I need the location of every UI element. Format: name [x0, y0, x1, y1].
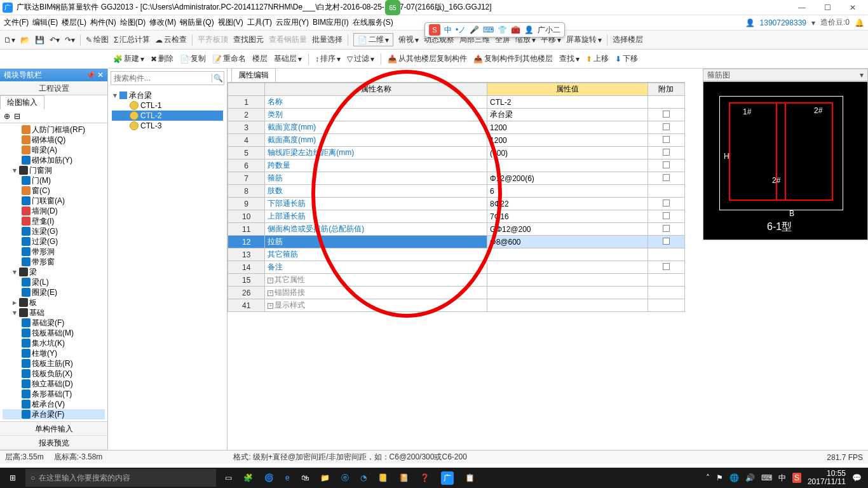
menu-item[interactable]: 钢筋量(Q)	[180, 17, 214, 28]
checkbox[interactable]	[663, 149, 670, 156]
network-icon[interactable]: 🌐	[729, 473, 739, 482]
nav-item[interactable]: 壁龛(I)	[3, 216, 105, 226]
copy-button[interactable]: 📄 复制	[180, 53, 206, 64]
sum-calc-button[interactable]: Σ 汇总计算	[114, 34, 150, 45]
undo-icon[interactable]: ↶▾	[50, 36, 60, 44]
checkbox[interactable]	[663, 225, 670, 232]
nav-eng-setting[interactable]: 工程设置	[0, 81, 107, 95]
start-button[interactable]: ⊞	[0, 473, 25, 482]
screen-rotate-button[interactable]: 屏幕旋转▾	[566, 34, 602, 45]
nav-item[interactable]: 人防门框墙(RF)	[3, 125, 105, 135]
nav-item[interactable]: ▸板	[3, 297, 105, 308]
save-icon[interactable]: 💾	[35, 36, 44, 44]
app-icon-2[interactable]: 🌀	[264, 473, 274, 482]
pin-icon[interactable]: 📌	[86, 71, 95, 79]
property-row[interactable]: 41+显示样式	[228, 299, 685, 312]
copy-from-floor-button[interactable]: 📥 从其他楼层复制构件	[388, 53, 467, 64]
menu-item[interactable]: 视图(V)	[218, 17, 243, 28]
app-icon-1[interactable]: 🧩	[243, 473, 253, 482]
single-input-tab[interactable]: 单构件输入	[0, 422, 107, 436]
nav-item[interactable]: 带形窗	[3, 257, 105, 267]
nav-item[interactable]: 独立基础(D)	[3, 379, 105, 389]
copy-to-floor-button[interactable]: 📤 复制构件到其他楼层	[473, 53, 553, 64]
component-item[interactable]: CTL-3	[112, 121, 223, 131]
notification-icon[interactable]: 💬	[852, 473, 862, 482]
nav-item[interactable]: 承台梁(F)	[3, 409, 105, 419]
ime-skin-icon[interactable]: 👕	[498, 25, 507, 34]
property-row[interactable]: 5轴线距梁左边线距离(mm)(600)	[228, 147, 685, 159]
open-icon[interactable]: 📂	[20, 36, 30, 44]
menu-item[interactable]: 云应用(Y)	[276, 17, 309, 28]
nav-item[interactable]: 带形洞	[3, 247, 105, 257]
property-row[interactable]: 15+其它属性	[228, 274, 685, 287]
ime-keyboard-icon[interactable]: ⌨	[483, 25, 494, 34]
tray-flag-icon[interactable]: ⚑	[716, 473, 723, 482]
menu-item[interactable]: 在线服务(S)	[353, 17, 393, 28]
ime-mode[interactable]: 中	[444, 25, 452, 36]
property-row[interactable]: 26+锚固搭接	[228, 287, 685, 299]
component-item[interactable]: CTL-2	[112, 111, 223, 121]
property-row[interactable]: 2类别承台梁	[228, 109, 685, 121]
menu-item[interactable]: BIM应用(I)	[313, 17, 349, 28]
ime-mic-icon[interactable]: 🎤	[470, 25, 479, 34]
nav-item[interactable]: 基础梁(F)	[3, 318, 105, 328]
nav-item[interactable]: 窗(C)	[3, 186, 105, 196]
property-row[interactable]: 6跨数量	[228, 159, 685, 172]
checkbox[interactable]	[663, 200, 670, 207]
app-icon-5[interactable]: 📔	[399, 473, 409, 482]
volume-icon[interactable]: 🔊	[745, 473, 755, 482]
floor-select[interactable]: 楼层	[252, 53, 268, 64]
flat-roof-button[interactable]: 平齐板顶	[198, 34, 228, 45]
sort-button[interactable]: ↕ 排序 ▾	[315, 53, 341, 64]
component-parent[interactable]: ▾承台梁	[112, 90, 223, 100]
delete-button[interactable]: ✖ 删除	[151, 53, 173, 64]
task-view-icon[interactable]: ▭	[225, 473, 232, 482]
clock-date[interactable]: 2017/11/11	[808, 478, 846, 486]
preview-expand-icon[interactable]: ▾	[860, 71, 864, 79]
app-icon-7[interactable]: 广	[441, 471, 454, 485]
checkbox[interactable]	[663, 263, 670, 270]
batch-select-button[interactable]: 批量选择	[312, 34, 342, 45]
property-row[interactable]: 3截面宽度(mm)1200	[228, 121, 685, 134]
nav-item[interactable]: ▾基础	[3, 308, 105, 318]
select-floor-button[interactable]: 选择楼层	[613, 34, 643, 45]
tray-up-icon[interactable]: ˄	[706, 473, 710, 482]
component-tree[interactable]: ▾承台梁CTL-1CTL-2CTL-3	[108, 88, 227, 133]
property-row[interactable]: 4截面高度(mm)1200	[228, 134, 685, 147]
nav-item[interactable]: 圈梁(E)	[3, 287, 105, 297]
bell-icon[interactable]: 🔔	[855, 18, 864, 27]
ime-toolbar[interactable]: S 中 •ノ 🎤 ⌨ 👕 🧰 👤 广小二	[424, 22, 565, 37]
nav-tree[interactable]: 人防门框墙(RF)砌体墙(Q)暗梁(A)砌体加筋(Y)▾门窗洞门(M)窗(C)门…	[0, 123, 107, 421]
battery-icon[interactable]: ⌨	[761, 473, 772, 482]
new-component-button[interactable]: 🧩 新建 ▾	[113, 53, 144, 64]
menu-item[interactable]: 编辑(E)	[32, 17, 58, 28]
app-icon-6[interactable]: ❓	[420, 473, 430, 482]
account-number[interactable]: 13907298339	[760, 18, 806, 27]
move-up-button[interactable]: ⬆ 上移	[586, 53, 609, 64]
property-row[interactable]: 13其它箍筋	[228, 248, 685, 261]
nav-item[interactable]: ▾门窗洞	[3, 165, 105, 175]
menu-item[interactable]: 绘图(D)	[120, 17, 146, 28]
move-down-button[interactable]: ⬇ 下移	[615, 53, 638, 64]
nav-item[interactable]: 桩承台(V)	[3, 399, 105, 409]
nav-item[interactable]: 过梁(G)	[3, 236, 105, 247]
property-row[interactable]: 11侧面构造或受扭筋(总配筋值)GΦ12@200	[228, 223, 685, 236]
nav-item[interactable]: 柱墩(Y)	[3, 348, 105, 358]
checkbox[interactable]	[663, 174, 670, 181]
find-element-button[interactable]: 查找图元	[233, 34, 264, 45]
property-row[interactable]: 1名称CTL-2	[228, 96, 685, 109]
redo-icon[interactable]: ↷▾	[65, 36, 75, 44]
property-row[interactable]: 14备注	[228, 261, 685, 274]
new-file-icon[interactable]: 🗋▾	[4, 36, 15, 44]
ime-tray[interactable]: 中	[778, 473, 786, 484]
checkbox[interactable]	[663, 136, 670, 143]
menu-item[interactable]: 构件(N)	[90, 17, 116, 28]
checkbox[interactable]	[663, 161, 670, 168]
menu-item[interactable]: 修改(M)	[149, 17, 176, 28]
checkbox[interactable]	[663, 111, 670, 118]
nav-item[interactable]: 墙洞(D)	[3, 206, 105, 216]
maximize-button[interactable]: ☐	[815, 0, 840, 15]
edge-icon[interactable]: e	[285, 473, 290, 482]
view-steel-button[interactable]: 查看钢筋量	[269, 34, 307, 45]
nav-item[interactable]: 门联窗(A)	[3, 196, 105, 206]
